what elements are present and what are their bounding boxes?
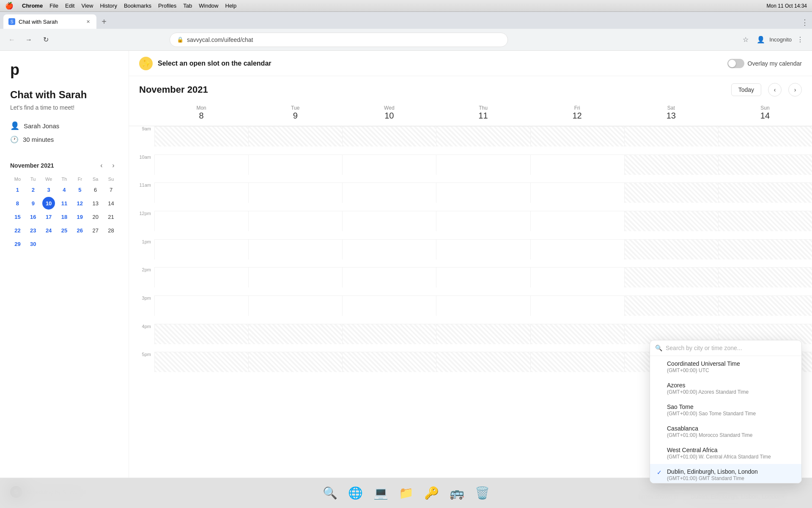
calendar-cell[interactable] — [154, 267, 248, 287]
mini-cal-day[interactable]: 5 — [74, 183, 86, 196]
timezone-option[interactable]: ✓Dublin, Edinburgh, Lisbon, London(GMT+0… — [650, 464, 801, 483]
calendar-cell[interactable] — [154, 211, 248, 231]
mini-cal-day[interactable]: 18 — [58, 210, 71, 223]
dock-files[interactable]: 📁 — [395, 482, 417, 504]
calendar-cell[interactable] — [342, 267, 436, 287]
mini-cal-day[interactable]: 29 — [11, 237, 24, 250]
mini-cal-day[interactable]: 17 — [42, 210, 55, 223]
calendar-cell[interactable] — [530, 239, 624, 260]
calendar-cell[interactable] — [342, 239, 436, 260]
calendar-cell[interactable] — [530, 155, 624, 175]
mini-cal-day[interactable]: 11 — [58, 197, 71, 210]
mini-cal-day[interactable]: 10 — [42, 197, 55, 210]
incognito-label: Incognito — [769, 36, 792, 43]
mini-cal-day[interactable]: 30 — [27, 237, 39, 250]
mini-cal-day[interactable]: 4 — [58, 183, 71, 196]
mini-cal-day[interactable]: 12 — [74, 197, 86, 210]
calendar-cell[interactable] — [248, 182, 342, 203]
mini-cal-day[interactable]: 23 — [27, 224, 39, 237]
menu-window[interactable]: Window — [199, 3, 218, 9]
calendar-cell[interactable] — [436, 239, 530, 260]
back-button[interactable]: ← — [5, 33, 19, 47]
mini-cal-day[interactable]: 24 — [42, 224, 55, 237]
timezone-option[interactable]: Azores(GMT+00:00) Azores Standard Time — [650, 378, 801, 399]
menu-history[interactable]: History — [100, 3, 117, 9]
calendar-cell[interactable] — [436, 211, 530, 231]
calendar-cell[interactable] — [342, 182, 436, 203]
dock-keychain[interactable]: 🔑 — [420, 482, 442, 504]
tab-close-button[interactable]: ✕ — [85, 18, 91, 25]
tz-search-input[interactable] — [666, 345, 796, 351]
forward-button[interactable]: → — [22, 33, 36, 47]
menu-view[interactable]: View — [81, 3, 93, 9]
refresh-button[interactable]: ↻ — [39, 33, 52, 47]
calendar-cell[interactable] — [342, 211, 436, 231]
cal-next-button[interactable]: › — [788, 83, 802, 97]
calendar-cell[interactable] — [154, 155, 248, 175]
timezone-name: Azores — [667, 382, 749, 389]
mini-cal-dow: Th — [57, 176, 72, 182]
calendar-cell[interactable] — [530, 295, 624, 316]
calendar-cell[interactable] — [436, 182, 530, 203]
tab-strip-expand[interactable]: ⋮ — [801, 18, 809, 27]
timezone-option[interactable]: Coordinated Universal Time(GMT+00:00) UT… — [650, 356, 801, 378]
dock-terminal[interactable]: 💻 — [370, 482, 392, 504]
timezone-option[interactable]: Sao Tome(GMT+00:00) Sao Tome Standard Ti… — [650, 399, 801, 421]
calendar-cell[interactable] — [342, 295, 436, 316]
mini-cal-day[interactable]: 9 — [27, 197, 39, 210]
calendar-cell[interactable] — [154, 182, 248, 203]
calendar-cell[interactable] — [248, 267, 342, 287]
menu-help[interactable]: Help — [225, 3, 237, 9]
menu-profiles[interactable]: Profiles — [158, 3, 176, 9]
calendar-cell[interactable] — [154, 239, 248, 260]
calendar-cell[interactable] — [248, 211, 342, 231]
mini-cal-day[interactable]: 1 — [11, 183, 24, 196]
calendar-cell[interactable] — [530, 182, 624, 203]
mini-cal-day[interactable]: 26 — [74, 224, 86, 237]
mini-cal-day[interactable]: 16 — [27, 210, 39, 223]
dock-chrome[interactable]: 🌐 — [344, 482, 366, 504]
calendar-cell[interactable] — [436, 267, 530, 287]
mini-calendar: November 2021 ‹ › MoTuWeThFrSaSu12345678… — [10, 160, 118, 250]
new-tab-button[interactable]: + — [98, 16, 110, 28]
dock-trash[interactable]: 🗑️ — [471, 482, 493, 504]
overlay-switch[interactable] — [727, 59, 744, 68]
timezone-option[interactable]: West Central Africa(GMT+01:00) W. Centra… — [650, 442, 801, 464]
dock-transit[interactable]: 🚌 — [446, 482, 468, 504]
calendar-cell[interactable] — [248, 155, 342, 175]
calendar-cell — [624, 239, 718, 260]
mini-cal-day[interactable]: 3 — [42, 183, 55, 196]
calendar-cell[interactable] — [530, 211, 624, 231]
calendar-cell[interactable] — [248, 239, 342, 260]
address-box[interactable]: 🔒 savvycal.com/uifeed/chat — [170, 33, 508, 47]
mini-cal-next[interactable]: › — [108, 160, 118, 171]
calendar-cell[interactable] — [342, 155, 436, 175]
today-button[interactable]: Today — [731, 83, 761, 96]
timezone-option[interactable]: Casablanca(GMT+01:00) Morocco Standard T… — [650, 421, 801, 442]
tab-chat-with-sarah[interactable]: S Chat with Sarah ✕ — [3, 14, 96, 29]
mini-cal-day[interactable]: 19 — [74, 210, 86, 223]
mini-cal-day[interactable]: 2 — [27, 183, 39, 196]
mini-cal-prev[interactable]: ‹ — [96, 160, 107, 171]
menu-file[interactable]: File — [49, 3, 58, 9]
menu-edit[interactable]: Edit — [65, 3, 74, 9]
calendar-cell[interactable] — [248, 295, 342, 316]
dock-finder[interactable]: 🔍 — [319, 482, 341, 504]
calendar-cell[interactable] — [436, 295, 530, 316]
profile-icon[interactable]: 👤 — [754, 33, 768, 47]
bookmark-icon[interactable]: ☆ — [739, 33, 752, 47]
mini-cal-day[interactable]: 22 — [11, 224, 24, 237]
calendar-cell[interactable] — [436, 155, 530, 175]
menu-chrome[interactable]: Chrome — [22, 3, 43, 9]
cal-prev-button[interactable]: ‹ — [768, 83, 782, 97]
calendar-cell[interactable] — [530, 267, 624, 287]
overlay-toggle[interactable]: Overlay my calendar — [727, 59, 802, 68]
mini-cal-day[interactable]: 8 — [11, 197, 24, 210]
menu-bookmarks[interactable]: Bookmarks — [124, 3, 151, 9]
apple-menu[interactable]: 🍎 — [5, 2, 14, 10]
more-menu-icon[interactable]: ⋮ — [793, 33, 807, 47]
calendar-cell[interactable] — [154, 295, 248, 316]
mini-cal-day[interactable]: 15 — [11, 210, 24, 223]
menu-tab[interactable]: Tab — [183, 3, 192, 9]
mini-cal-day[interactable]: 25 — [58, 224, 71, 237]
